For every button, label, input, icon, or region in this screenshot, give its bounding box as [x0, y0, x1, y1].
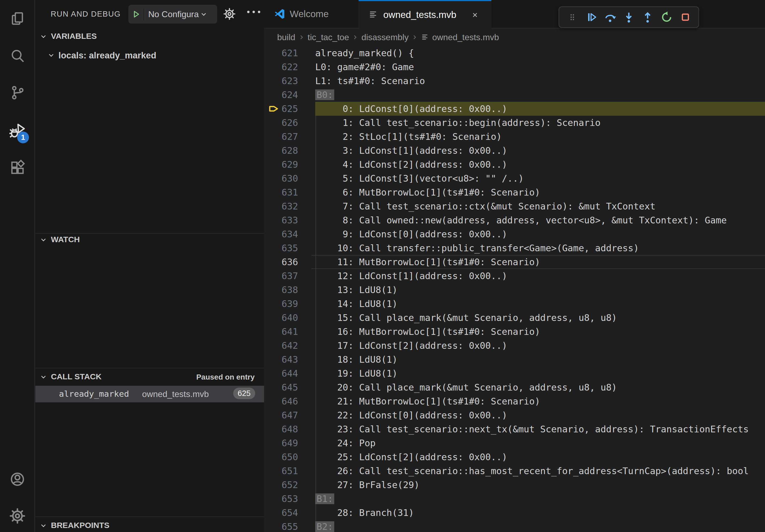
gutter[interactable]: 643 — [264, 353, 315, 367]
code-line[interactable]: 637 12: LdConst[1](address: 0x00..) — [264, 269, 765, 283]
code-line[interactable]: 633 8: Call owned::new(address, address,… — [264, 213, 765, 227]
gutter[interactable]: 646 — [264, 394, 315, 408]
close-icon[interactable] — [471, 11, 479, 19]
code-line[interactable]: 636 11: MutBorrowLoc[1](ts#1#0: Scenario… — [264, 255, 765, 269]
gutter[interactable]: 641 — [264, 325, 315, 339]
gutter[interactable]: 625 — [264, 102, 315, 116]
gutter[interactable]: 648 — [264, 422, 315, 436]
code-line[interactable]: 653B1: — [264, 492, 765, 506]
code-line[interactable]: 635 10: Call transfer::public_transfer<G… — [264, 241, 765, 255]
code-line[interactable]: 648 23: Call test_scenario::next_tx(&mut… — [264, 422, 765, 436]
settings-gear-icon[interactable] — [9, 507, 26, 525]
gutter[interactable]: 626 — [264, 116, 315, 130]
code-line[interactable]: 655B2: — [264, 520, 765, 532]
code-line[interactable]: 651 26: Call test_scenario::has_most_rec… — [264, 464, 765, 478]
code-line[interactable]: 639 14: LdU8(1) — [264, 297, 765, 311]
code-line[interactable]: 628 3: LdConst[1](address: 0x00..) — [264, 143, 765, 157]
breadcrumb-file[interactable]: owned_tests.mvb — [432, 32, 499, 42]
gutter[interactable]: 627 — [264, 130, 315, 143]
gutter[interactable]: 628 — [264, 143, 315, 157]
code-line[interactable]: 627 2: StLoc[1](ts#1#0: Scenario) — [264, 130, 765, 143]
code-line[interactable]: 644 19: LdU8(1) — [264, 367, 765, 381]
code-line[interactable]: 654 28: Branch(31) — [264, 506, 765, 520]
gutter[interactable]: 623 — [264, 74, 315, 88]
section-header-variables[interactable]: VARIABLES — [51, 32, 97, 41]
code-line[interactable]: 621already_marked() { — [264, 46, 765, 60]
gutter[interactable]: 635 — [264, 241, 315, 255]
code-line[interactable]: 630 5: LdConst[3](vector<u8>: "" /..) — [264, 171, 765, 185]
start-debug-icon[interactable] — [128, 8, 144, 20]
step-into-button[interactable] — [622, 10, 635, 24]
stop-button[interactable] — [679, 10, 692, 24]
code-line[interactable]: 642 17: LdConst[2](address: 0x00..) — [264, 339, 765, 353]
code-line[interactable]: 643 18: LdU8(1) — [264, 353, 765, 367]
breadcrumb-item[interactable]: tic_tac_toe — [308, 32, 349, 42]
gutter[interactable]: 631 — [264, 185, 315, 199]
gutter[interactable]: 637 — [264, 269, 315, 283]
continue-button[interactable] — [584, 10, 598, 24]
drag-handle[interactable] — [565, 10, 579, 24]
code-line[interactable]: 623L1: ts#1#0: Scenario — [264, 74, 765, 88]
restart-button[interactable] — [660, 10, 673, 24]
chevron-down-icon[interactable] — [39, 235, 48, 244]
breadcrumb-item[interactable]: build — [277, 32, 296, 42]
code-line[interactable]: 646 21: MutBorrowLoc[1](ts#1#0: Scenario… — [264, 394, 765, 408]
explorer-icon[interactable] — [9, 10, 26, 27]
code-line[interactable]: 624B0: — [264, 88, 765, 102]
gutter[interactable]: 629 — [264, 157, 315, 171]
code-line[interactable]: 650 25: LdConst[2](address: 0x00..) — [264, 450, 765, 464]
gutter[interactable]: 622 — [264, 60, 315, 74]
gutter[interactable]: 653 — [264, 492, 315, 506]
debug-config-dropdown[interactable]: No Configura — [128, 5, 217, 24]
source-control-icon[interactable] — [9, 84, 26, 102]
variables-scope-row[interactable]: locals: already_marked — [35, 46, 264, 65]
gutter[interactable]: 649 — [264, 436, 315, 450]
gutter[interactable]: 621 — [264, 46, 315, 60]
chevron-down-icon[interactable] — [39, 32, 48, 41]
gutter[interactable]: 638 — [264, 283, 315, 297]
code-line[interactable]: 638 13: LdU8(1) — [264, 283, 765, 297]
extensions-icon[interactable] — [9, 159, 26, 176]
tab-owned-tests[interactable]: owned_tests.mvb — [359, 0, 491, 28]
section-header-call-stack[interactable]: CALL STACK — [51, 372, 102, 381]
tab-welcome[interactable]: Welcome — [264, 0, 359, 28]
more-actions-icon[interactable] — [247, 11, 260, 13]
code-line[interactable]: 631 6: MutBorrowLoc[1](ts#1#0: Scenario) — [264, 185, 765, 199]
code-line[interactable]: 629 4: LdConst[2](address: 0x00..) — [264, 157, 765, 171]
gutter[interactable]: 645 — [264, 381, 315, 394]
section-header-breakpoints[interactable]: BREAKPOINTS — [51, 521, 109, 530]
code-line[interactable]: 625 0: LdConst[0](address: 0x00..) — [264, 102, 765, 116]
gutter[interactable]: 639 — [264, 297, 315, 311]
gutter[interactable]: 650 — [264, 450, 315, 464]
code-line[interactable]: 632 7: Call test_scenario::ctx(&mut Scen… — [264, 199, 765, 213]
search-icon[interactable] — [9, 47, 26, 65]
gutter[interactable]: 624 — [264, 88, 315, 102]
gutter[interactable]: 632 — [264, 199, 315, 213]
gutter[interactable]: 630 — [264, 171, 315, 185]
code-line[interactable]: 645 20: Call place_mark(&mut Scenario, a… — [264, 381, 765, 394]
gutter[interactable]: 652 — [264, 478, 315, 492]
chevron-down-icon[interactable] — [39, 521, 48, 530]
code-line[interactable]: 641 16: MutBorrowLoc[1](ts#1#0: Scenario… — [264, 325, 765, 339]
code-line[interactable]: 652 27: BrFalse(29) — [264, 478, 765, 492]
gutter[interactable]: 634 — [264, 227, 315, 241]
gear-icon[interactable] — [223, 8, 236, 20]
code-line[interactable]: 640 15: Call place_mark(&mut Scenario, a… — [264, 311, 765, 325]
section-header-watch[interactable]: WATCH — [51, 235, 80, 244]
gutter[interactable]: 654 — [264, 506, 315, 520]
step-out-button[interactable] — [641, 10, 654, 24]
gutter[interactable]: 633 — [264, 213, 315, 227]
gutter[interactable]: 642 — [264, 339, 315, 353]
gutter[interactable]: 655 — [264, 520, 315, 532]
code-editor[interactable]: 621already_marked() {622L0: game#2#0: Ga… — [264, 46, 765, 532]
code-line[interactable]: 634 9: LdConst[0](address: 0x00..) — [264, 227, 765, 241]
gutter[interactable]: 647 — [264, 408, 315, 422]
breadcrumb-item[interactable]: disassembly — [361, 32, 408, 42]
code-line[interactable]: 649 24: Pop — [264, 436, 765, 450]
step-over-button[interactable] — [603, 10, 617, 24]
account-icon[interactable] — [9, 470, 26, 488]
gutter[interactable]: 640 — [264, 311, 315, 325]
gutter[interactable]: 651 — [264, 464, 315, 478]
code-line[interactable]: 622L0: game#2#0: Game — [264, 60, 765, 74]
gutter[interactable]: 636 — [264, 255, 315, 269]
